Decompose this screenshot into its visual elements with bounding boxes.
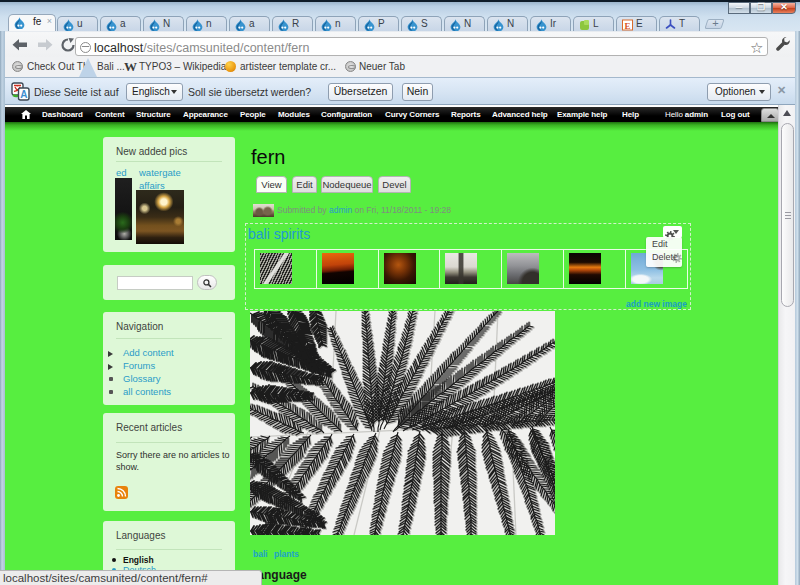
svg-text:A: A xyxy=(20,89,27,100)
svg-text:E: E xyxy=(624,21,630,31)
